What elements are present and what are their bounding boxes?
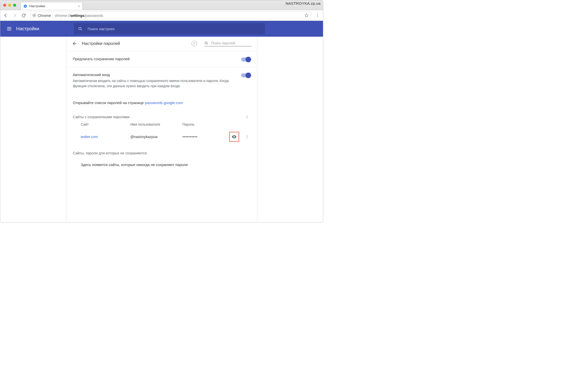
search-icon	[78, 26, 83, 31]
url-scheme-label: Chrome	[38, 13, 53, 18]
col-user: Имя пользователя	[130, 122, 183, 126]
bookmark-star-icon[interactable]	[304, 13, 309, 18]
auto-signin-desc: Автоматически входить на сайты с помощью…	[73, 78, 236, 89]
never-save-empty: Здесь появятся сайты, которые никогда не…	[66, 157, 257, 172]
browser-menu-button[interactable]	[314, 11, 321, 19]
svg-point-6	[205, 42, 207, 44]
tab-close-icon[interactable]: ×	[78, 4, 80, 8]
tab-title: Настройки	[29, 4, 76, 8]
svg-point-8	[247, 117, 247, 117]
svg-point-9	[247, 118, 247, 118]
site-link[interactable]: twitter.com	[81, 135, 98, 139]
maximize-window-button[interactable]	[13, 4, 16, 7]
never-save-title: Сайты, пароли для которых не сохраняются	[66, 145, 257, 157]
google-passwords-hint: Открывайте список паролей на странице pa…	[66, 94, 257, 112]
svg-point-1	[34, 15, 35, 16]
url-text: chrome://settings/passwords	[55, 13, 304, 18]
password-row: twitter.com @nastroykazpua ••••••••••	[66, 129, 257, 145]
app-header: Настройки	[0, 21, 323, 37]
window-controls	[3, 4, 16, 7]
eye-icon	[231, 134, 237, 140]
auto-signin-row: Автоматический вход Автоматически входит…	[66, 67, 257, 94]
row-menu-button[interactable]	[244, 135, 251, 139]
watermark-text: NASTROYKA.zp.ua	[286, 1, 320, 6]
svg-point-5	[79, 27, 81, 30]
saved-passwords-menu[interactable]	[244, 115, 251, 119]
svg-point-7	[247, 115, 247, 116]
minimize-window-button[interactable]	[8, 4, 11, 7]
offer-save-label: Предлагать сохранение паролей	[73, 57, 130, 61]
username-cell: @nastroykazpua	[130, 135, 183, 139]
saved-passwords-title: Сайты с сохраненными паролями	[73, 115, 244, 119]
window-titlebar: Настройки × NASTROYKA.zp.ua	[0, 0, 323, 10]
auto-signin-title: Автоматический вход	[73, 73, 236, 77]
page-title: Настройки паролей	[82, 41, 188, 46]
browser-tab[interactable]: Настройки ×	[21, 2, 83, 10]
col-pass: Пароль	[183, 122, 251, 126]
app-title: Настройки	[16, 26, 39, 31]
reload-button[interactable]	[20, 11, 28, 19]
address-bar[interactable]: Chrome chrome://settings/passwords	[30, 12, 311, 19]
settings-search[interactable]	[74, 23, 265, 34]
search-icon	[204, 41, 208, 45]
help-button[interactable]: ?	[192, 41, 197, 46]
forward-button[interactable]	[11, 11, 19, 19]
svg-point-4	[317, 16, 318, 17]
password-cell: ••••••••••	[183, 135, 229, 139]
settings-search-input[interactable]	[87, 27, 261, 31]
back-arrow-button[interactable]	[72, 41, 78, 47]
columns-row: Сайт Имя пользователя Пароль	[66, 119, 257, 129]
svg-point-13	[247, 138, 247, 138]
settings-gear-icon	[23, 4, 27, 8]
google-passwords-link[interactable]: passwords.google.com	[145, 101, 183, 105]
passwords-search[interactable]	[204, 41, 252, 46]
browser-toolbar: Chrome chrome://settings/passwords	[0, 10, 323, 21]
col-site: Сайт	[81, 122, 130, 126]
card-header: Настройки паролей ?	[66, 37, 257, 51]
back-button[interactable]	[2, 11, 10, 19]
svg-point-11	[247, 135, 247, 136]
saved-passwords-header: Сайты с сохраненными паролями	[66, 115, 257, 119]
svg-point-3	[317, 15, 318, 16]
hint-prefix: Открывайте список паролей на странице	[73, 101, 145, 105]
close-window-button[interactable]	[3, 4, 6, 7]
menu-button[interactable]	[5, 24, 14, 33]
content-area: Настройки паролей ? Предлагать сохранени…	[0, 37, 323, 222]
svg-point-12	[247, 137, 247, 137]
chrome-icon	[32, 13, 36, 17]
offer-save-toggle[interactable]	[241, 57, 251, 61]
auto-signin-toggle[interactable]	[241, 73, 251, 77]
show-password-button[interactable]	[229, 132, 239, 142]
svg-point-10	[234, 136, 235, 137]
offer-save-row: Предлагать сохранение паролей	[66, 51, 257, 67]
passwords-search-input[interactable]	[211, 41, 251, 45]
svg-point-2	[317, 14, 318, 14]
passwords-card: Настройки паролей ? Предлагать сохранени…	[66, 37, 257, 222]
